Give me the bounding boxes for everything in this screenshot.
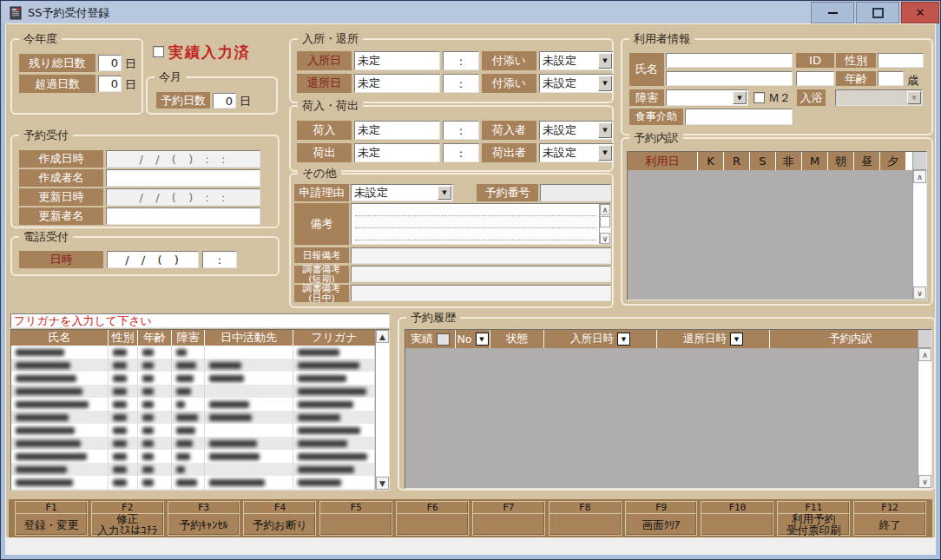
window-title: SS予約受付登録 (28, 5, 110, 21)
history-no-dropdown-button[interactable]: ▼ (476, 333, 489, 346)
phone-date-field[interactable]: / / ( ) (107, 251, 199, 268)
updated-by-field[interactable] (106, 208, 260, 225)
created-by-field[interactable] (106, 169, 260, 187)
luggage-out-date-field[interactable]: 未定 (354, 143, 440, 162)
scroll-up-icon[interactable]: ∧ (918, 348, 931, 361)
discharge-time-field[interactable]: : (443, 74, 479, 93)
record-remarks-short-field[interactable] (351, 266, 611, 282)
scroll-up-icon[interactable]: ∧ (600, 204, 610, 215)
reservation-history-body[interactable] (405, 348, 918, 488)
reservation-detail-body[interactable] (628, 170, 912, 300)
admission-time-field[interactable]: : (443, 51, 479, 70)
history-jisseki-filter-box[interactable] (437, 333, 450, 346)
luggage-out-time-field[interactable]: : (443, 143, 479, 162)
patient-table-scrollbar[interactable]: ▲ ▼ (375, 330, 389, 490)
scroll-down-icon[interactable]: ∨ (913, 287, 926, 300)
patient-row-blurred[interactable] (11, 359, 375, 372)
f3-cancel-reservation-button[interactable]: F3予約ｷｬﾝｾﾙ (168, 501, 240, 536)
chevron-down-icon[interactable]: ▼ (598, 76, 612, 91)
patient-row-blurred[interactable] (11, 463, 375, 476)
f2-correction-button[interactable]: F2修正入力ﾐｽはｺﾁﾗ (91, 501, 164, 536)
m2-checkbox[interactable] (753, 92, 765, 103)
f12-exit-button[interactable]: F12終了 (853, 501, 926, 536)
remaining-days-field[interactable]: 0 (98, 55, 122, 71)
user-name-field[interactable] (666, 71, 793, 86)
bath-select[interactable]: ▼ (835, 89, 923, 106)
chevron-down-icon[interactable]: ▼ (598, 122, 612, 138)
maximize-button[interactable] (856, 2, 899, 23)
admission-attendant-select[interactable]: 未設定▼ (539, 51, 614, 70)
created-datetime-field[interactable]: / / ( ) : : (106, 150, 260, 168)
daily-report-remarks-field[interactable] (351, 247, 611, 264)
admission-date-field[interactable]: 未定 (354, 51, 440, 70)
history-discharge-dropdown-button[interactable]: ▼ (730, 333, 743, 346)
furigana-prompt-field[interactable]: フリガナを入力して下さい (10, 313, 390, 328)
user-age-field[interactable] (878, 71, 904, 86)
luggage-in-person-value: 未設定 (543, 122, 576, 138)
results-entered-checkbox[interactable] (153, 46, 164, 57)
user-sex-field[interactable] (878, 53, 924, 68)
f9-key-label: F9 (626, 502, 697, 514)
scroll-down-icon[interactable]: ∨ (600, 233, 610, 244)
group-reservation-detail: 予約内訳 利用日 K R S 非 M 朝 昼 夕 ∧ ∨ (621, 137, 933, 306)
disability-select[interactable]: ▼ (666, 89, 748, 106)
patient-table-body[interactable] (11, 346, 375, 490)
f10-button[interactable]: F10 (701, 501, 773, 536)
patient-row-blurred[interactable] (11, 398, 375, 411)
patient-row-blurred[interactable] (11, 411, 375, 424)
user-id-field[interactable] (796, 71, 834, 86)
discharge-attendant-select[interactable]: 未設定▼ (539, 74, 614, 93)
luggage-in-time-field[interactable]: : (443, 121, 479, 140)
history-admission-dropdown-button[interactable]: ▼ (617, 333, 630, 346)
patient-cell-blurred (109, 398, 138, 411)
patient-row-blurred[interactable] (11, 476, 375, 489)
reserved-days-field[interactable]: 0 (213, 93, 236, 109)
patient-row-blurred[interactable] (11, 450, 375, 463)
reservation-number-field[interactable] (540, 184, 611, 201)
col-patient-age: 年齢 (138, 330, 172, 346)
remarks-scrollbar[interactable]: ∧ ∨ (599, 204, 610, 244)
reservation-history-scrollbar[interactable]: ∧ ∨ (918, 330, 931, 488)
luggage-in-person-select[interactable]: 未設定▼ (539, 121, 614, 140)
f6-button[interactable]: F6 (396, 501, 469, 536)
patient-row-blurred[interactable] (11, 437, 375, 450)
f4-decline-reservation-button[interactable]: F4予約お断り (243, 501, 316, 536)
remarks-textarea[interactable]: ∧ ∨ (351, 203, 611, 245)
chevron-down-icon[interactable]: ▼ (438, 186, 451, 200)
patient-row-blurred[interactable] (11, 385, 375, 398)
f5-button[interactable]: F5 (319, 501, 392, 536)
f1-register-button[interactable]: F1登録・変更 (15, 501, 88, 536)
patient-row-blurred[interactable] (11, 489, 375, 490)
patient-row-blurred[interactable] (11, 372, 375, 385)
scroll-up-icon[interactable]: ▲ (376, 330, 389, 343)
scroll-down-icon[interactable]: ▼ (376, 477, 389, 490)
chevron-down-icon[interactable]: ▼ (598, 145, 612, 161)
patient-row-blurred[interactable] (11, 424, 375, 437)
excess-days-field[interactable]: 0 (98, 76, 122, 92)
f9-clear-screen-button[interactable]: F9画面ｸﾘｱ (625, 501, 698, 536)
patient-cell-blurred (11, 359, 109, 372)
f4-label: 予約お断り (253, 519, 307, 530)
user-name-kana-field[interactable] (666, 53, 793, 68)
reservation-history-table: 実績 No ▼ 状態 入所日時 ▼ 退所日時 ▼ 予約内訳 (405, 329, 932, 489)
f7-button[interactable]: F7 (472, 501, 545, 536)
updated-datetime-field[interactable]: / / ( ) : : (106, 188, 260, 206)
reservation-detail-scrollbar[interactable]: ∧ ∨ (912, 152, 926, 300)
close-button[interactable]: ✕ (901, 2, 939, 23)
f8-button[interactable]: F8 (549, 501, 622, 536)
record-remarks-day-field[interactable] (351, 285, 611, 301)
application-reason-select[interactable]: 未設定▼ (351, 184, 453, 201)
chevron-down-icon[interactable]: ▼ (598, 53, 612, 69)
phone-time-field[interactable]: : (202, 251, 237, 268)
luggage-out-person-select[interactable]: 未設定▼ (539, 143, 614, 162)
f11-print-slip-button[interactable]: F11利用予約受付票印刷 (777, 501, 850, 536)
luggage-in-date-field[interactable]: 未定 (354, 121, 440, 140)
minimize-button[interactable] (811, 2, 854, 23)
chevron-down-icon[interactable]: ▼ (733, 91, 747, 104)
scroll-thumb[interactable] (600, 216, 610, 227)
meal-assist-field[interactable] (685, 109, 793, 125)
scroll-up-icon[interactable]: ∧ (913, 170, 926, 183)
patient-row-blurred[interactable] (11, 346, 375, 359)
scroll-down-icon[interactable]: ∨ (918, 475, 931, 488)
discharge-date-field[interactable]: 未定 (354, 74, 440, 93)
